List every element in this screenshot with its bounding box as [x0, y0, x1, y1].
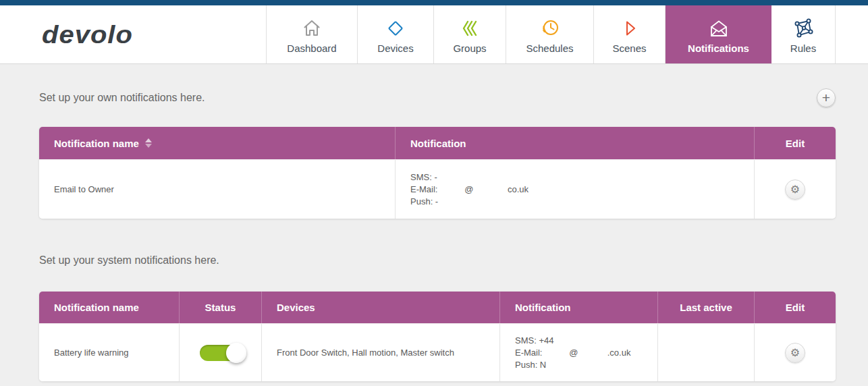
- notification-detail-cell: SMS: +44 E-Mail: @ .co.uk Push: N: [500, 324, 658, 381]
- nav-label: Scenes: [612, 43, 646, 54]
- open-envelope-icon: [707, 17, 730, 40]
- nav-item-devices[interactable]: Devices: [358, 5, 434, 63]
- layers-chevrons-icon: [459, 17, 481, 40]
- diamond-icon: [385, 17, 406, 40]
- notifications-page: Set up your own notifications here. + No…: [0, 88, 868, 381]
- add-notification-button[interactable]: +: [817, 88, 836, 107]
- logo-area: devolo: [0, 5, 267, 63]
- plus-icon: +: [822, 90, 830, 105]
- column-notification: Notification: [500, 292, 658, 323]
- notification-name-cell: Battery life warning: [39, 324, 180, 381]
- nav-item-rules[interactable]: Rules: [771, 5, 836, 63]
- own-table-header: Notification name Notification Edit: [39, 127, 836, 159]
- network-graph-icon: [792, 17, 814, 40]
- devolo-logo[interactable]: devolo: [42, 20, 133, 48]
- app-header: devolo Dashboard Devices: [0, 5, 868, 64]
- nav-item-scenes[interactable]: Scenes: [594, 5, 666, 63]
- table-row: Battery life warning Front Door Switch, …: [39, 323, 836, 381]
- system-notifications-heading: Set up your system notifications here.: [39, 254, 219, 267]
- edit-notification-button[interactable]: ⚙: [785, 343, 805, 363]
- column-notification: Notification: [396, 127, 755, 159]
- last-active-cell: [658, 324, 755, 381]
- nav-label: Groups: [453, 43, 486, 54]
- nav-label: Schedules: [526, 43, 573, 54]
- nav-label: Devices: [377, 43, 413, 54]
- column-status: Status: [180, 292, 262, 323]
- table-row: Email to Owner SMS: - E-Mail: @ co.uk Pu…: [39, 159, 836, 219]
- devolo-home-control-app: devolo Dashboard Devices: [0, 0, 868, 386]
- nav-item-notifications[interactable]: Notifications: [666, 5, 771, 63]
- nav-item-schedules[interactable]: Schedules: [506, 5, 594, 63]
- system-notifications-section-head: Set up your system notifications here.: [39, 251, 836, 270]
- edit-cell: ⚙: [755, 324, 836, 381]
- nav-label: Rules: [790, 43, 816, 54]
- notification-name-cell: Email to Owner: [39, 160, 396, 219]
- status-cell: [180, 324, 262, 381]
- own-notifications-section-head: Set up your own notifications here. +: [39, 88, 836, 107]
- column-notification-name: Notification name: [39, 292, 180, 323]
- nav-item-groups[interactable]: Groups: [434, 5, 506, 63]
- nav-label: Notifications: [688, 43, 749, 54]
- clock-history-icon: [539, 17, 561, 40]
- system-table-header: Notification name Status Devices Notific…: [39, 292, 836, 323]
- gear-icon: ⚙: [790, 347, 800, 358]
- push-line: Push: N: [515, 360, 630, 370]
- home-icon: [301, 17, 323, 40]
- notification-detail-cell: SMS: - E-Mail: @ co.uk Push: -: [396, 160, 755, 219]
- status-toggle-on[interactable]: [200, 345, 242, 361]
- play-icon: [619, 17, 641, 40]
- nav-item-dashboard[interactable]: Dashboard: [267, 5, 358, 63]
- own-notifications-table: Notification name Notification Edit Emai…: [39, 127, 836, 219]
- column-edit: Edit: [755, 127, 836, 159]
- system-notifications-table: Notification name Status Devices Notific…: [39, 292, 836, 381]
- own-notifications-heading: Set up your own notifications here.: [39, 92, 205, 104]
- gear-icon: ⚙: [790, 184, 800, 195]
- devices-cell: Front Door Switch, Hall motion, Master s…: [262, 324, 500, 381]
- main-nav: Dashboard Devices Grou: [267, 5, 836, 63]
- sort-icon: [145, 138, 152, 148]
- sms-line: SMS: -: [410, 172, 528, 182]
- column-last-active: Last active: [658, 292, 755, 323]
- column-notification-name[interactable]: Notification name: [39, 127, 396, 159]
- column-edit: Edit: [755, 292, 836, 323]
- top-accent-bar: [0, 0, 868, 5]
- nav-label: Dashboard: [287, 43, 336, 54]
- edit-notification-button[interactable]: ⚙: [785, 180, 805, 200]
- push-line: Push: -: [410, 196, 528, 206]
- email-line: E-Mail: @ co.uk: [410, 184, 528, 194]
- email-line: E-Mail: @ .co.uk: [515, 348, 630, 358]
- edit-cell: ⚙: [755, 160, 836, 219]
- sms-line: SMS: +44: [515, 335, 630, 346]
- column-devices: Devices: [262, 292, 500, 323]
- toggle-knob: [226, 343, 246, 363]
